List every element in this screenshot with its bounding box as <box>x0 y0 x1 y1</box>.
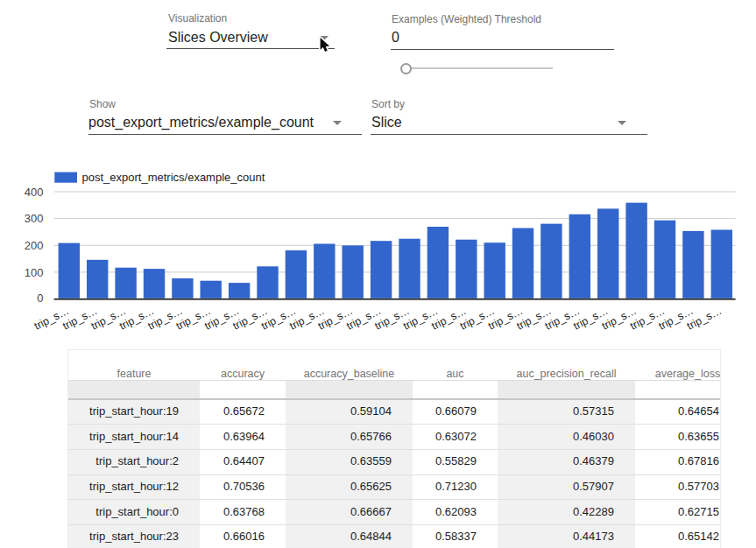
svg-text:300: 300 <box>25 212 44 225</box>
svg-text:0: 0 <box>37 292 43 305</box>
svg-text:post_export_metrics/example_co: post_export_metrics/example_count <box>82 171 265 184</box>
svg-text:100: 100 <box>25 266 44 279</box>
svg-text:200: 200 <box>25 239 44 252</box>
svg-text:400: 400 <box>25 186 44 199</box>
